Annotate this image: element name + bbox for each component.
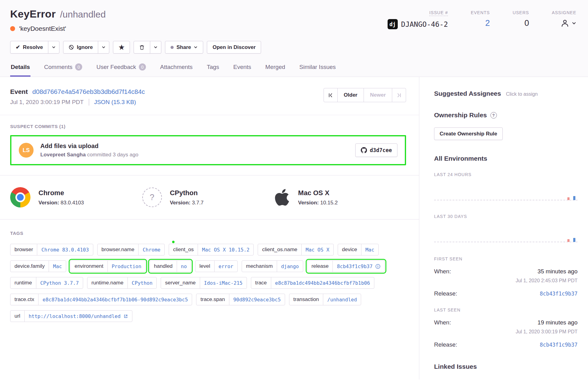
sparkline-blue-mark [573, 196, 575, 200]
header-top: KeyError /unhandled 'keyDoesntExist' ISS… [10, 8, 576, 32]
tab-similar-issues[interactable]: Similar Issues [299, 63, 336, 77]
help-icon[interactable]: ? [490, 112, 497, 119]
tag-key: browser [10, 244, 37, 255]
chrome-icon [10, 187, 30, 207]
commit-author-avatar: LS [19, 143, 34, 158]
person-icon [560, 18, 570, 28]
tag-release[interactable]: release 8cb43f1c9b37 [307, 260, 385, 272]
tag-transaction[interactable]: transaction /unhandled [289, 294, 361, 305]
tag-client-os[interactable]: client_os Mac OS X 10.15.2 [169, 244, 254, 255]
delete-dropdown-button[interactable] [150, 41, 161, 54]
apple-icon [274, 188, 290, 207]
assignee-dropdown[interactable] [552, 18, 576, 28]
tag-handled[interactable]: handled no [150, 260, 191, 272]
tag-key: url [10, 311, 24, 322]
info-icon[interactable] [375, 264, 381, 269]
error-level-dot [10, 26, 15, 31]
tab-merged[interactable]: Merged [265, 63, 286, 77]
tag-device[interactable]: device Mac [338, 244, 379, 255]
delete-button[interactable] [134, 41, 150, 54]
context-runtime: ? CPython Version: 3.7.7 [142, 187, 274, 207]
issue-header: KeyError /unhandled 'keyDoesntExist' ISS… [0, 0, 588, 77]
tag-runtime[interactable]: runtime CPython 3.7.7 [10, 277, 83, 289]
suspect-commits-heading: SUSPECT COMMITS (1) [10, 124, 406, 129]
release-label: Release: [434, 290, 457, 297]
tag-key: device [338, 244, 361, 255]
last-seen-heading: LAST SEEN [434, 308, 578, 312]
issue-number-label: ISSUE # [429, 10, 448, 16]
unknown-runtime-icon: ? [142, 187, 162, 207]
tag-value: e8c87ba1dc494bb2a4346bcfbf7b1b06-90d892c… [38, 294, 192, 305]
tag-mechanism[interactable]: mechanism django [242, 260, 303, 272]
issue-short-id[interactable]: DJANGO-46-2 [401, 20, 448, 28]
tag-trace[interactable]: trace e8c87ba1dc494bb2a4346bcfbf7b1b06 [251, 277, 374, 289]
tab-events-label: Events [233, 64, 251, 70]
open-in-discover-button[interactable]: Open in Discover [207, 41, 261, 54]
stat-assignee: ASSIGNEE [552, 10, 576, 32]
share-button[interactable]: Share [165, 41, 203, 54]
tag-trace-ctx[interactable]: trace.ctx e8c87ba1dc494bb2a4346bcfbf7b1b… [10, 294, 192, 305]
tag-url[interactable]: url http://localhost:8000/unhandled [10, 310, 132, 322]
event-id-link[interactable]: d08d7667e4a5476eb3b3db6d7f14c84c [32, 88, 145, 95]
commit-sha-button[interactable]: d3d7cee [355, 143, 397, 157]
tag-key: runtime [10, 277, 36, 288]
resolve-dropdown-button[interactable] [48, 41, 59, 54]
tab-user-feedback[interactable]: User Feedback0 [96, 63, 147, 77]
tag-value: e8c87ba1dc494bb2a4346bcfbf7b1b06 [271, 277, 374, 288]
annotation-dot [172, 241, 175, 243]
sparkline-blue-mark [573, 238, 575, 242]
issue-detail-page: KeyError /unhandled 'keyDoesntExist' ISS… [0, 0, 588, 386]
tag-level[interactable]: level error [195, 260, 238, 272]
linked-issues-title: Linked Issues [434, 363, 578, 370]
tab-comments[interactable]: Comments0 [43, 63, 83, 77]
first-seen-release-link[interactable]: 8cb43f1c9b37 [540, 291, 578, 297]
django-platform-icon: dj [388, 19, 398, 29]
tag-client-os-name[interactable]: client_os.name Mac OS X [258, 244, 333, 255]
tag-value: django [277, 261, 303, 272]
tab-merged-label: Merged [265, 64, 285, 70]
tab-events[interactable]: Events [233, 63, 252, 77]
bookmark-button[interactable]: ★ [113, 41, 130, 54]
commit-message: Add files via upload [40, 143, 138, 150]
resolve-button[interactable]: ✔ Resolve [10, 41, 48, 54]
ignore-button[interactable]: Ignore [63, 41, 98, 54]
tab-attachments[interactable]: Attachments [159, 63, 193, 77]
event-json-link[interactable]: JSON (15.3 KB) [89, 99, 136, 106]
environments-title: All Environments [434, 155, 578, 162]
create-ownership-rule-button[interactable]: Create Ownership Rule [434, 127, 503, 140]
tab-tags[interactable]: Tags [206, 63, 220, 77]
tag-key: handled [150, 261, 177, 272]
tag-browser[interactable]: browser Chrome 83.0.4103 [10, 244, 93, 255]
tag-browser-name[interactable]: browser.name Chrome [97, 244, 165, 255]
external-link-icon[interactable] [123, 314, 128, 319]
when-label: When: [434, 319, 451, 326]
tab-user-feedback-label: User Feedback [96, 64, 136, 70]
event-pagination: Older Newer [324, 88, 406, 102]
first-seen-date: Jul 1, 2020 2:45:03 PM PDT [434, 278, 578, 283]
issue-tabs: Details Comments0 User Feedback0 Attachm… [10, 63, 576, 77]
tag-value: Chrome 83.0.4103 [37, 244, 93, 255]
tag-value: Mac [361, 244, 378, 255]
users-count: 0 [513, 18, 529, 28]
issue-culprit: /unhandled [60, 9, 106, 20]
ignore-dropdown-button[interactable] [98, 41, 109, 54]
last-24-hours-label: LAST 24 HOURS [434, 172, 578, 177]
ban-icon [69, 45, 74, 50]
tag-value: Mac OS X [301, 244, 333, 255]
oldest-event-button[interactable] [324, 88, 338, 102]
older-event-button[interactable]: Older [337, 88, 364, 102]
issue-title: KeyError [10, 8, 56, 20]
tag-server-name[interactable]: server_name Idos-iMac-215 [161, 277, 247, 289]
tab-details[interactable]: Details [10, 63, 30, 77]
events-count[interactable]: 2 [471, 18, 490, 28]
tag-environment[interactable]: environment Production [70, 260, 146, 272]
tag-value: 8cb43f1c9b37 [337, 263, 373, 269]
sparkline-baseline [434, 242, 578, 242]
tag-device-family[interactable]: device.family Mac [10, 260, 66, 272]
tag-runtime-name[interactable]: runtime.name CPython [87, 277, 157, 289]
tag-trace-span[interactable]: trace.span 90d892c9eace3bc5 [196, 294, 285, 305]
suggested-assignees-hint: Click to assign [506, 91, 538, 97]
last-seen-release-link[interactable]: 8cb43f1c9b37 [540, 342, 578, 348]
event-label: Event [10, 88, 28, 95]
tag-key: level [195, 261, 214, 272]
